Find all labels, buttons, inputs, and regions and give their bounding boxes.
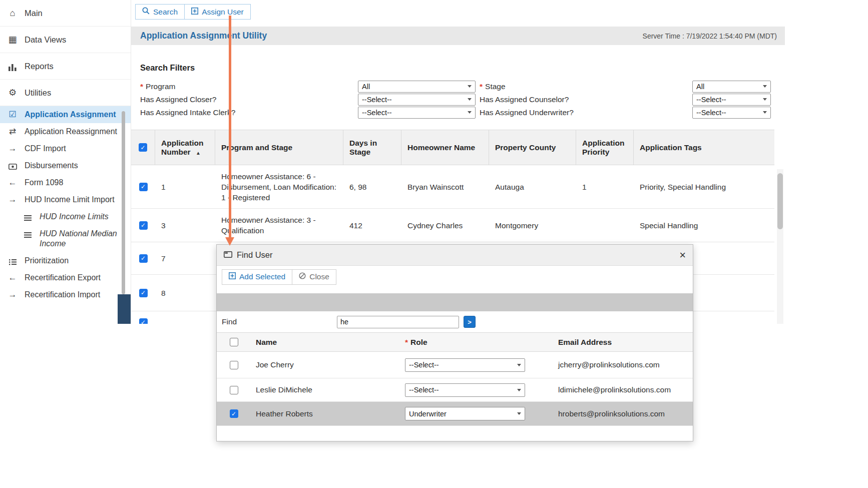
cell-user-email: ldimichele@prolinksolutions.com bbox=[553, 378, 694, 401]
stage-select[interactable]: All bbox=[692, 81, 771, 93]
find-user-dialog: Find User × Add Selected Close Find > bbox=[216, 244, 693, 441]
row-checkbox[interactable] bbox=[139, 289, 148, 297]
squared-plus-icon bbox=[229, 272, 236, 281]
add-selected-button[interactable]: Add Selected bbox=[222, 270, 292, 284]
sidebar-item-label: HUD Income Limits bbox=[40, 212, 109, 222]
main-scrollbar-thumb[interactable] bbox=[777, 173, 783, 229]
cell-application-priority: 1 bbox=[576, 165, 634, 208]
search-filters-title: Search Filters bbox=[140, 63, 785, 73]
select-all-users-checkbox[interactable] bbox=[230, 338, 238, 346]
chevron-down-icon bbox=[763, 111, 767, 114]
header-cell-days-in-stage[interactable]: Days in Stage bbox=[343, 130, 401, 165]
filter-rows: *Program All *Stage All Has Assigned Clo… bbox=[140, 80, 785, 119]
export-arrow-icon: ← bbox=[7, 178, 18, 188]
header-cell-application-priority[interactable]: Application Priority bbox=[576, 130, 634, 165]
filter-row: Has Assigned Closer? --Select-- Has Assi… bbox=[140, 93, 785, 106]
header-cell bbox=[131, 130, 155, 165]
screenshot-canvas: ⌂ Main ▦ Data Views Reports ⚙ Utilities … bbox=[0, 0, 868, 488]
sidebar-item-hud-income-limit-import[interactable]: → HUD Income Limit Import bbox=[0, 191, 131, 208]
sidebar-item-utilities[interactable]: ⚙ Utilities bbox=[0, 80, 131, 106]
required-asterisk: * bbox=[405, 338, 408, 347]
sidebar-item-application-assignment[interactable]: ☑ Application Assignment bbox=[0, 106, 131, 123]
import-arrow-icon: → bbox=[7, 195, 18, 205]
main-scrollbar-track[interactable] bbox=[777, 169, 783, 324]
users-table: Name *Role Email Address Joe Cherry --Se… bbox=[217, 332, 693, 426]
dialog-title-bar: Find User × bbox=[217, 245, 693, 266]
row-checkbox[interactable] bbox=[139, 221, 148, 230]
assign-user-button[interactable]: Assign User bbox=[184, 5, 250, 19]
sidebar-item-form-1098[interactable]: ← Form 1098 bbox=[0, 174, 131, 191]
sidebar-item-main[interactable]: ⌂ Main bbox=[0, 0, 131, 27]
cell-property-county: Montgomery bbox=[489, 209, 576, 242]
search-button[interactable]: Search bbox=[136, 5, 184, 19]
row-checkbox[interactable] bbox=[139, 318, 148, 324]
sidebar-item-label: Application Reassignment bbox=[25, 127, 117, 137]
header-cell-program-and-stage[interactable]: Program and Stage bbox=[215, 130, 343, 165]
has-assigned-closer-select[interactable]: --Select-- bbox=[358, 94, 476, 106]
sidebar-item-label: Prioritization bbox=[25, 256, 69, 266]
sidebar-item-label: CDF Import bbox=[25, 144, 66, 154]
cell-days-in-stage: 6, 98 bbox=[343, 165, 401, 208]
has-assigned-intake-clerk-select[interactable]: --Select-- bbox=[358, 107, 476, 119]
sidebar-item-disbursements[interactable]: Disbursements bbox=[0, 157, 131, 174]
role-select[interactable]: --Select-- bbox=[405, 383, 525, 397]
sidebar-item-reports[interactable]: Reports bbox=[0, 53, 131, 80]
sidebar-item-application-reassignment[interactable]: ⇄ Application Reassignment bbox=[0, 123, 131, 140]
import-arrow-icon: → bbox=[7, 290, 18, 300]
sidebar-item-hud-income-limits[interactable]: HUD Income Limits bbox=[0, 208, 131, 225]
sidebar-item-data-views[interactable]: ▦ Data Views bbox=[0, 27, 131, 53]
sidebar-item-hud-national-median-income[interactable]: HUD National Median Income bbox=[0, 225, 131, 252]
header-cell-homeowner-name[interactable]: Homeowner Name bbox=[401, 130, 489, 165]
header-cell-application-tags[interactable]: Application Tags bbox=[634, 130, 774, 165]
user-row: Leslie DiMichele --Select-- ldimichele@p… bbox=[217, 378, 693, 402]
close-icon[interactable]: × bbox=[679, 250, 686, 261]
sidebar-item-recertification-export[interactable]: ← Recertification Export bbox=[0, 269, 131, 286]
find-input[interactable] bbox=[337, 316, 459, 328]
role-select[interactable]: Underwriter bbox=[405, 407, 525, 420]
sidebar-item-label: Recertification Import bbox=[25, 290, 100, 300]
user-checkbox[interactable] bbox=[230, 386, 238, 394]
row-checkbox[interactable] bbox=[139, 254, 148, 263]
sidebar-item-prioritization[interactable]: Prioritization bbox=[0, 252, 131, 269]
stage-label: *Stage bbox=[476, 82, 692, 91]
header-cell-name: Name bbox=[251, 333, 400, 351]
program-select[interactable]: All bbox=[358, 81, 476, 93]
cell-application-tags: Priority, Special Handling bbox=[634, 165, 774, 208]
cell-homeowner-name: Bryan Wainscott bbox=[401, 165, 489, 208]
sidebar-item-label: HUD Income Limit Import bbox=[25, 195, 115, 205]
cell-application-number: 1 bbox=[155, 165, 215, 208]
user-checkbox[interactable] bbox=[230, 361, 238, 369]
cell-application-number bbox=[155, 311, 215, 324]
chevron-down-icon bbox=[468, 85, 472, 88]
chevron-down-icon bbox=[763, 85, 767, 88]
sidebar-item-cdf-import[interactable]: → CDF Import bbox=[0, 140, 131, 157]
sidebar: ⌂ Main ▦ Data Views Reports ⚙ Utilities … bbox=[0, 0, 131, 324]
header-cell-email-address: Email Address bbox=[553, 333, 694, 351]
has-assigned-intake-clerk-label: Has Assigned Intake Clerk? bbox=[140, 108, 358, 117]
window-icon bbox=[224, 251, 232, 260]
applications-table-header: Application Number ▲ Program and Stage D… bbox=[131, 130, 774, 165]
close-button[interactable]: Close bbox=[292, 270, 336, 284]
cell-application-priority bbox=[576, 209, 634, 242]
sidebar-scrollbar-thumb[interactable] bbox=[122, 111, 125, 294]
home-icon: ⌂ bbox=[7, 8, 18, 18]
filter-row: Has Assigned Intake Clerk? --Select-- Ha… bbox=[140, 106, 785, 119]
has-assigned-counselor-label: Has Assigned Counselor? bbox=[476, 95, 692, 104]
chevron-down-icon bbox=[517, 389, 521, 391]
find-go-button[interactable]: > bbox=[464, 316, 476, 328]
checked-box-icon: ☑ bbox=[7, 110, 18, 120]
sort-ascending-icon: ▲ bbox=[196, 150, 201, 156]
header-cell-role: *Role bbox=[400, 333, 553, 351]
header-cell-property-county[interactable]: Property County bbox=[489, 130, 576, 165]
sidebar-item-recertification-import[interactable]: → Recertification Import bbox=[0, 286, 131, 303]
row-checkbox[interactable] bbox=[139, 183, 148, 191]
has-assigned-underwriter-select[interactable]: --Select-- bbox=[692, 107, 771, 119]
user-checkbox[interactable] bbox=[230, 409, 238, 418]
user-row: Joe Cherry --Select-- jcherry@prolinksol… bbox=[217, 352, 693, 378]
select-all-checkbox[interactable] bbox=[139, 143, 147, 152]
has-assigned-counselor-select[interactable]: --Select-- bbox=[692, 94, 771, 106]
header-cell-application-number[interactable]: Application Number ▲ bbox=[155, 130, 215, 165]
role-select[interactable]: --Select-- bbox=[405, 358, 525, 372]
required-asterisk: * bbox=[480, 82, 483, 91]
cell-program-and-stage: Homeowner Assistance: 6 - Disbursement, … bbox=[215, 165, 343, 208]
